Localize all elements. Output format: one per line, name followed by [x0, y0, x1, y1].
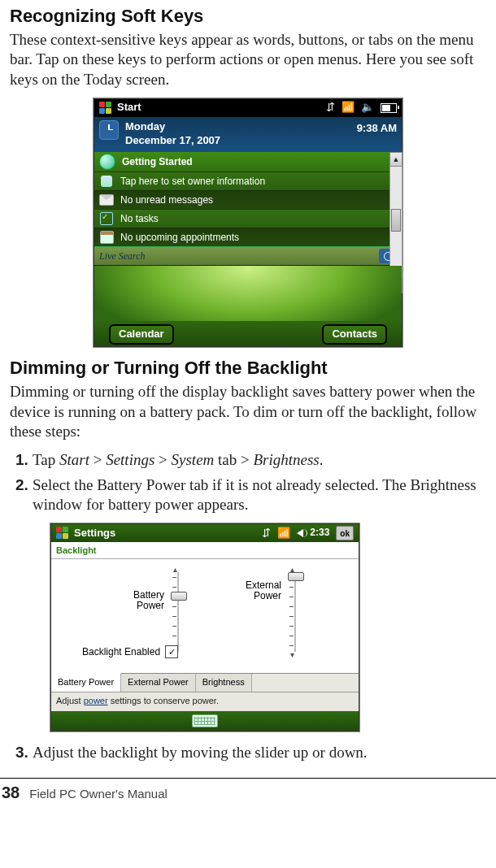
settings-title: Settings — [74, 527, 115, 540]
tab-battery-power[interactable]: Battery Power — [51, 673, 121, 692]
start-flag-icon[interactable] — [99, 102, 112, 115]
settings-time: 2:33 — [310, 527, 329, 540]
time-label: 9:38 AM — [357, 122, 397, 136]
settings-bottom-bar — [51, 711, 359, 731]
getting-started-row[interactable]: Getting Started — [94, 152, 402, 171]
heading-backlight: Dimming or Turning Off the Backlight — [10, 357, 486, 380]
step-3: Adjust the backlight by moving the slide… — [33, 743, 486, 763]
messages-text: No unread messages — [120, 194, 213, 207]
signal-icon[interactable]: 📶 — [277, 527, 290, 540]
external-slider-group: External Power ▴ ▾ — [224, 567, 302, 673]
tab-brightness[interactable]: Brightness — [196, 674, 252, 692]
keyboard-icon[interactable] — [192, 714, 218, 727]
owner-info-row[interactable]: Tap here to set owner information — [94, 171, 402, 190]
status-icons[interactable]: ⇵ 📶 🔈 — [326, 101, 397, 115]
softkey-bar: Calendar Contacts — [94, 321, 402, 346]
power-link[interactable]: power — [84, 696, 108, 705]
mail-icon — [99, 193, 114, 206]
getting-started-text: Getting Started — [122, 156, 193, 169]
softkey-calendar[interactable]: Calendar — [109, 324, 174, 345]
date-label: December 17, 2007 — [125, 134, 220, 148]
battery-slider[interactable]: ▴ ▾ — [171, 567, 185, 657]
backlight-subtitle-bar: Backlight — [51, 542, 359, 559]
owner-text: Tap here to set owner information — [120, 176, 265, 189]
task-icon — [99, 212, 114, 225]
tip-bar: Adjust power settings to conserve power. — [51, 692, 359, 711]
backlight-enabled-checkbox[interactable]: ✓ — [165, 645, 178, 658]
screenshot-settings: Settings ⇵ 📶 2:33 ok Backlight Battery P… — [50, 523, 359, 731]
appointments-row[interactable]: No upcoming appointments — [94, 228, 402, 246]
screenshot-today: Start ⇵ 📶 🔈 Monday December 17, 2007 — [94, 98, 402, 348]
today-body-gradient — [94, 266, 402, 321]
messages-row[interactable]: No unread messages — [94, 190, 402, 209]
external-slider-label: External Power — [224, 567, 281, 601]
appointments-text: No upcoming appointments — [120, 232, 239, 245]
start-label[interactable]: Start — [117, 101, 141, 115]
para-soft-keys: These context-sensitive keys appear as w… — [10, 30, 486, 90]
live-search-label: Live Search — [99, 250, 146, 263]
backlight-enabled-group[interactable]: Backlight Enabled ✓ — [82, 645, 178, 658]
tasks-row[interactable]: No tasks — [94, 209, 402, 228]
today-titlebar[interactable]: Start ⇵ 📶 🔈 — [94, 99, 402, 117]
page-number: 38 — [2, 782, 20, 803]
connectivity-icon[interactable]: ⇵ — [262, 527, 271, 540]
connectivity-icon[interactable]: ⇵ — [326, 101, 335, 115]
settings-titlebar[interactable]: Settings ⇵ 📶 2:33 ok — [51, 524, 359, 542]
signal-icon[interactable]: 📶 — [342, 101, 355, 115]
day-label: Monday — [125, 120, 220, 134]
speaker-icon[interactable]: 🔈 — [361, 101, 374, 115]
scroll-track[interactable] — [389, 167, 402, 279]
slider-area: Battery Power ▴ ▾ External Power — [51, 559, 359, 673]
clock-icon — [99, 120, 119, 140]
owner-icon — [99, 175, 114, 188]
external-slider[interactable]: ▴ ▾ — [288, 567, 302, 657]
page-footer: 38 Field PC Owner's Manual — [0, 778, 496, 803]
heading-soft-keys: Recognizing Soft Keys — [10, 5, 486, 28]
settings-tabs: Battery Power External Power Brightness — [51, 673, 359, 692]
battery-slider-thumb[interactable] — [171, 592, 187, 601]
ok-button[interactable]: ok — [336, 526, 354, 540]
scroll-up-button[interactable]: ▲ — [389, 152, 402, 167]
backlight-subtitle: Backlight — [56, 545, 97, 556]
speaker-icon[interactable] — [297, 529, 303, 537]
manual-title: Field PC Owner's Manual — [29, 786, 168, 802]
slider-down-icon: ▾ — [290, 649, 294, 660]
external-slider-thumb[interactable] — [288, 572, 304, 581]
live-search-row[interactable]: Live Search — [94, 246, 402, 266]
getting-started-icon — [99, 154, 115, 170]
battery-icon[interactable] — [381, 103, 397, 113]
start-flag-icon[interactable] — [56, 527, 69, 540]
step-1: Tap Start > Settings > System tab > Brig… — [33, 450, 486, 471]
date-row[interactable]: Monday December 17, 2007 9:38 AM — [94, 117, 402, 153]
tab-external-power[interactable]: External Power — [121, 674, 196, 692]
backlight-enabled-label: Backlight Enabled — [82, 647, 160, 658]
calendar-icon — [99, 231, 114, 244]
para-backlight: Dimming or turning off the display backl… — [10, 382, 486, 442]
scroll-thumb[interactable] — [391, 209, 401, 232]
softkey-contacts[interactable]: Contacts — [322, 324, 387, 345]
battery-slider-label: Battery Power — [107, 567, 164, 611]
tasks-text: No tasks — [120, 213, 159, 226]
step-2: Select the Battery Power tab if it is no… — [33, 475, 486, 515]
